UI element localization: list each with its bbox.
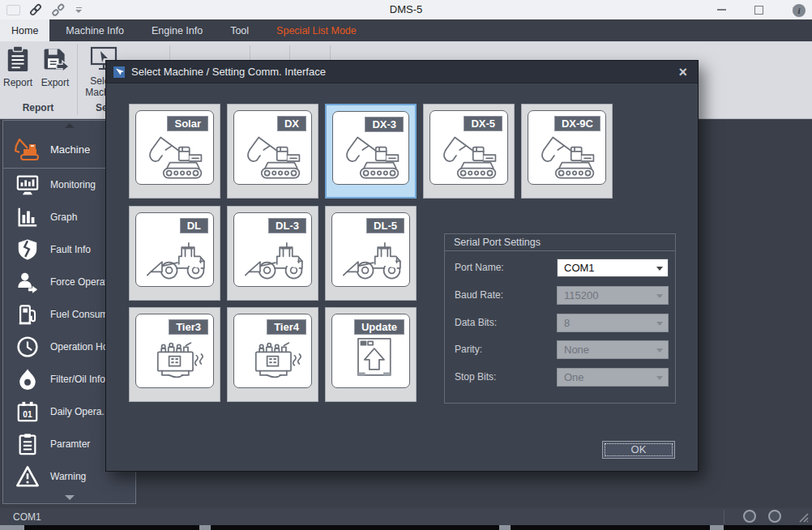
maximize-button[interactable] — [752, 3, 765, 16]
tile-label-badge: Update — [354, 319, 404, 335]
tile-label-badge: Solar — [167, 116, 208, 131]
tile-panel: DL-3 — [233, 212, 312, 287]
tile-label-badge: DX-3 — [365, 117, 404, 132]
dialog-close-icon[interactable]: × — [675, 65, 690, 79]
machine-tile-tier4[interactable]: Tier4 — [227, 307, 318, 402]
dialog-titlebar[interactable]: Select Machine / Setting Comm. Interface… — [106, 61, 698, 83]
help-info-icon[interactable]: i — [793, 4, 806, 17]
calendar-icon: 01 — [16, 400, 39, 423]
tab-engine-info[interactable]: Engine Info — [140, 19, 214, 41]
serial-panel-title: Serial Port Settings — [445, 234, 675, 251]
export-label: Export — [41, 77, 70, 88]
export-button[interactable]: Export — [32, 45, 78, 88]
serial-field-label-parity: Parity: — [455, 344, 482, 355]
minimize-button[interactable] — [715, 3, 728, 16]
machine-tile-update[interactable]: Update — [325, 307, 417, 402]
tile-panel: DX-9C — [528, 110, 606, 185]
sidebar-item-label: Daily Opera. I — [50, 406, 109, 417]
serial-field-label-baud-rate: Baud Rate: — [455, 289, 503, 301]
sidebar-item-label: Operation Hou — [50, 341, 113, 353]
engine-illustration — [140, 333, 214, 385]
excavator-illustration — [337, 130, 409, 182]
ok-button[interactable]: OK — [602, 441, 675, 459]
tile-panel: Solar — [135, 110, 214, 185]
machine-tile-dx-5[interactable]: DX-5 — [423, 104, 515, 199]
dialog-cursor-icon — [113, 66, 125, 78]
dialog-content: Serial Port Settings Port Name:COM1Baud … — [106, 83, 698, 471]
excavator-illustration — [532, 130, 606, 182]
machine-tile-dl-5[interactable]: DL-5 — [325, 206, 417, 301]
chevron-down-icon — [656, 322, 663, 326]
status-com-port: COM1 — [13, 511, 41, 523]
tile-panel: Update — [331, 314, 410, 388]
engine-illustration — [238, 333, 312, 385]
report-label: Report — [3, 77, 32, 88]
tile-panel: DX-3 — [332, 111, 409, 185]
tile-label-badge: DX-9C — [554, 116, 600, 131]
chevron-down-icon — [656, 267, 663, 271]
parameter-icon — [16, 433, 39, 455]
tile-panel: Tier3 — [135, 314, 214, 388]
update-illustration — [336, 333, 410, 385]
resize-grip[interactable] — [797, 511, 809, 525]
window-titlebar: DMS-5 × — [0, 0, 812, 19]
sidebar-scroll-down[interactable] — [3, 493, 135, 502]
chevron-down-icon — [65, 495, 75, 500]
sidebar-item-label: Warning — [50, 471, 86, 482]
oil-icon — [16, 368, 39, 391]
select-machine-dialog: Select Machine / Setting Comm. Interface… — [105, 60, 699, 472]
tile-label-badge: DL-5 — [366, 218, 404, 233]
chevron-up-icon — [65, 123, 75, 128]
combo-value: None — [564, 341, 589, 358]
ribbon-group-report: Report — [0, 102, 76, 113]
tile-panel: Tier4 — [233, 314, 312, 388]
combo-data-bits: 8 — [557, 314, 669, 332]
export-icon — [32, 45, 78, 75]
tab-special-list-mode[interactable]: Special List Mode — [265, 19, 368, 41]
svg-text:01: 01 — [23, 410, 32, 419]
window-controls: × — [715, 0, 802, 19]
tab-machine-info[interactable]: Machine Info — [54, 19, 135, 41]
chevron-down-icon — [656, 376, 663, 380]
loader-illustration — [238, 232, 312, 284]
status-indicator-1 — [743, 510, 756, 523]
graph-icon — [16, 206, 39, 229]
serial-field-label-stop-bits: Stop Bits: — [455, 371, 496, 383]
excavator-icon — [13, 137, 42, 161]
chevron-down-icon — [656, 348, 663, 353]
tile-label-badge: DL — [180, 218, 208, 233]
tab-tool[interactable]: Tool — [219, 19, 260, 41]
machine-tile-dx-9c[interactable]: DX-9C — [521, 104, 613, 199]
tile-panel: DL-5 — [331, 212, 410, 287]
tile-label-badge: Tier3 — [169, 319, 208, 335]
combo-baud-rate: 115200 — [557, 286, 669, 305]
fuel-icon — [16, 303, 39, 326]
machine-tile-dl-3[interactable]: DL-3 — [227, 206, 318, 301]
tile-label-badge: DX — [277, 116, 306, 131]
tile-panel: DL — [135, 212, 214, 287]
tab-home[interactable]: Home — [0, 19, 49, 41]
combo-port-name[interactable]: COM1 — [557, 259, 669, 277]
sidebar-item-label: Fuel Consump — [50, 309, 113, 320]
combo-value: COM1 — [564, 259, 595, 276]
force-operation-icon — [16, 271, 39, 293]
machine-tile-tier3[interactable]: Tier3 — [129, 307, 220, 402]
machine-tile-dx[interactable]: DX — [227, 104, 318, 199]
tile-label-badge: Tier4 — [267, 319, 306, 335]
excavator-illustration — [140, 130, 214, 182]
sidebar-item-label: Monitoring — [50, 179, 96, 190]
app-title: DMS-5 — [0, 3, 812, 15]
clock-icon — [16, 336, 39, 358]
machine-tile-dl[interactable]: DL — [129, 206, 220, 301]
warning-icon — [16, 465, 39, 488]
taskbar-strip — [0, 525, 812, 530]
tile-label-badge: DL-3 — [268, 218, 306, 233]
combo-value: 8 — [564, 314, 570, 331]
combo-value: One — [564, 369, 584, 386]
serial-field-label-port-name: Port Name: — [455, 262, 504, 273]
combo-parity: None — [557, 340, 669, 359]
machine-tile-dx-3[interactable]: DX-3 — [325, 104, 417, 199]
sidebar-item-label: Graph — [50, 212, 77, 223]
machine-tile-solar[interactable]: Solar — [129, 104, 220, 199]
loader-illustration — [140, 232, 214, 284]
